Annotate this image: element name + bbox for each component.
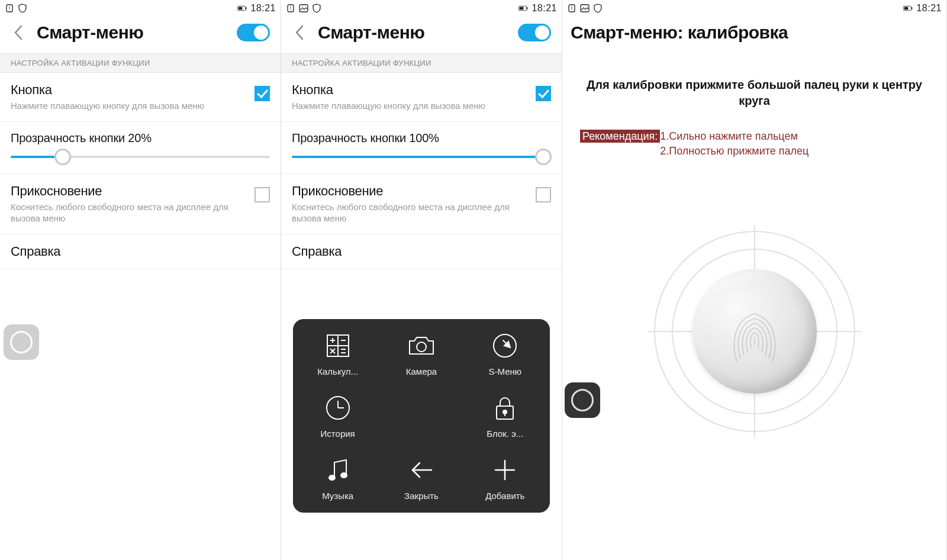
gallery-icon — [299, 4, 308, 13]
svg-point-29 — [329, 475, 335, 480]
plus-icon — [490, 455, 520, 485]
panel-label: Калькул... — [317, 366, 358, 376]
calibration-recommendations: Рекомендация:1.Сильно нажмите пальцем Ре… — [562, 115, 946, 159]
floating-smart-button[interactable] — [565, 382, 600, 418]
shield-icon — [18, 4, 27, 13]
row-subtitle: Коснитесь любого свободного места на дис… — [11, 201, 255, 224]
battery-icon — [237, 4, 247, 13]
sim-icon: ! — [5, 4, 14, 13]
camera-icon — [407, 331, 436, 361]
svg-text:!: ! — [9, 5, 11, 11]
sim-icon: ! — [567, 4, 576, 13]
smenu-icon — [490, 331, 520, 361]
checkbox-touch[interactable] — [255, 187, 270, 202]
svg-text:!: ! — [290, 5, 292, 11]
header: Смарт-меню — [0, 17, 281, 53]
svg-rect-4 — [246, 7, 246, 9]
svg-point-21 — [417, 342, 426, 352]
panel-label: История — [321, 429, 355, 439]
slider-thumb[interactable] — [535, 149, 552, 165]
slider-label: Прозрачность кнопки 100% — [292, 131, 551, 145]
svg-rect-10 — [527, 7, 527, 9]
row-help[interactable]: Справка — [0, 234, 281, 269]
panel-item-history[interactable]: История — [299, 393, 376, 439]
recommendation-2: 2.Полностью прижмите палец — [660, 145, 809, 157]
panel-label: Камера — [406, 366, 437, 376]
svg-rect-39 — [911, 7, 912, 9]
row-touch-activation[interactable]: Прикосновение Коснитесь любого свободног… — [281, 174, 562, 234]
slider-label: Прозрачность кнопки 20% — [11, 131, 270, 145]
screen-2: ! 18:21 Смарт-меню НАСТРОЙКА АКТИВАЦИИ Ф… — [281, 0, 562, 560]
battery-icon — [903, 4, 913, 13]
slider-thumb[interactable] — [54, 149, 71, 165]
panel-item-close[interactable]: Закрыть — [382, 455, 460, 501]
lock-icon — [490, 393, 520, 423]
shield-icon — [312, 4, 321, 13]
page-title: Смарт-меню — [318, 22, 424, 43]
svg-text:!: ! — [571, 5, 573, 11]
panel-item-lock[interactable]: Блок. э... — [466, 393, 544, 439]
shield-icon — [593, 4, 603, 13]
checkbox-button[interactable] — [536, 86, 551, 101]
recommendation-1: 1.Сильно нажмите пальцем — [660, 130, 798, 142]
arrow-left-icon — [407, 455, 436, 485]
master-toggle[interactable] — [518, 24, 551, 41]
gallery-icon — [580, 4, 590, 13]
row-subtitle: Нажмите плавающую кнопку для вызова меню — [292, 100, 536, 112]
screen-3: ! 18:21 Смарт-меню: калибровка Для калиб… — [562, 0, 947, 560]
checkbox-touch[interactable] — [536, 187, 551, 202]
panel-item-music[interactable]: Музыка — [299, 455, 376, 501]
back-button[interactable] — [11, 25, 26, 40]
status-bar: ! 18:21 — [0, 0, 281, 17]
header: Смарт-меню: калибровка — [562, 17, 946, 53]
row-help[interactable]: Справка — [281, 234, 562, 269]
master-toggle[interactable] — [237, 24, 270, 41]
calibration-target[interactable] — [654, 231, 855, 432]
row-title: Справка — [292, 244, 551, 259]
panel-label: S-Меню — [489, 366, 522, 376]
sim-icon: ! — [286, 4, 295, 13]
row-title: Справка — [11, 244, 270, 259]
panel-label: Музыка — [322, 491, 353, 501]
svg-rect-38 — [904, 7, 909, 10]
row-opacity-slider: Прозрачность кнопки 20% — [0, 122, 281, 174]
status-time: 18:21 — [532, 3, 557, 14]
row-title: Кнопка — [292, 82, 536, 98]
panel-item-add[interactable]: Добавить — [466, 455, 544, 501]
row-subtitle: Нажмите плавающую кнопку для вызова меню — [11, 100, 255, 112]
row-button-activation[interactable]: Кнопка Нажмите плавающую кнопку для вызо… — [281, 73, 562, 122]
calibration-instruction: Для калибровки прижмите большой палец ру… — [562, 53, 946, 115]
row-subtitle: Коснитесь любого свободного места на дис… — [292, 201, 536, 224]
floating-smart-button[interactable] — [4, 324, 39, 360]
header: Смарт-меню — [281, 17, 562, 53]
smart-menu-panel: Калькул... Камера S-Меню История — [293, 319, 550, 513]
status-bar: ! 18:21 — [281, 0, 562, 17]
status-time: 18:21 — [916, 3, 942, 14]
panel-label: Закрыть — [404, 491, 439, 501]
svg-point-30 — [341, 473, 347, 478]
checkbox-button[interactable] — [255, 86, 270, 101]
panel-label: Добавить — [485, 491, 524, 501]
row-touch-activation[interactable]: Прикосновение Коснитесь любого свободног… — [0, 174, 281, 234]
page-title: Смарт-меню: калибровка — [571, 22, 788, 43]
calculator-icon — [323, 331, 353, 361]
svg-rect-3 — [239, 7, 243, 10]
row-title: Прикосновение — [292, 184, 536, 199]
row-title: Кнопка — [11, 82, 255, 98]
panel-item-camera[interactable]: Камера — [382, 331, 460, 376]
status-time: 18:21 — [250, 3, 276, 14]
svg-rect-9 — [520, 7, 524, 10]
music-icon — [323, 455, 353, 485]
panel-item-calculator[interactable]: Калькул... — [299, 331, 376, 376]
opacity-slider[interactable] — [292, 156, 551, 158]
clock-icon — [323, 393, 353, 423]
battery-icon — [518, 4, 528, 13]
page-title: Смарт-меню — [37, 22, 143, 43]
opacity-slider[interactable] — [11, 156, 270, 158]
section-label: НАСТРОЙКА АКТИВАЦИИ ФУНКЦИИ — [0, 53, 281, 73]
panel-item-smenu[interactable]: S-Меню — [466, 331, 544, 376]
fingerprint-icon[interactable] — [692, 269, 817, 394]
row-button-activation[interactable]: Кнопка Нажмите плавающую кнопку для вызо… — [0, 73, 281, 122]
back-button[interactable] — [292, 25, 307, 40]
panel-label: Блок. э... — [487, 429, 523, 439]
